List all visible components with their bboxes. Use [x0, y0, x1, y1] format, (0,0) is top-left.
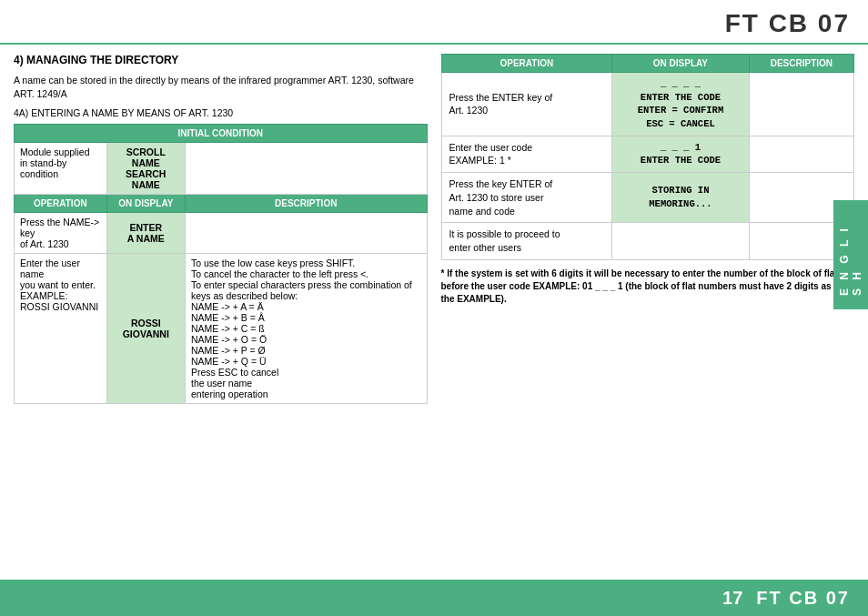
table-cell-display: ENTERA NAME — [106, 213, 185, 254]
side-tab-label: E N G L I S H — [838, 214, 863, 296]
operation-header-row: OPERATION ON DISPLAY DESCRIPTION — [15, 195, 428, 213]
right-column: OPERATION ON DISPLAY DESCRIPTION Press t… — [441, 54, 855, 547]
footer-title: FT CB 07 — [756, 588, 850, 609]
col-header-operation: OPERATION — [15, 195, 107, 213]
header: FT CB 07 — [0, 0, 868, 45]
right-col-header-operation: OPERATION — [441, 55, 612, 73]
table-cell-operation: Press the key ENTER ofArt. 1230 to store… — [441, 173, 612, 223]
side-tab: E N G L I S H — [833, 200, 868, 309]
right-col-header-display: ON DISPLAY — [612, 55, 750, 73]
section-title: 4) MANAGING THE DIRECTORY — [14, 54, 428, 66]
table-cell-description — [185, 143, 427, 195]
table-cell-description — [749, 136, 853, 172]
table-cell-display: _ _ _ 1ENTER THE CODE — [612, 136, 750, 172]
table-row: Press the NAME-> keyof Art. 1230 ENTERA … — [15, 213, 428, 254]
table-cell-operation: Enter the user nameyou want to enter.EXA… — [15, 254, 107, 404]
table-cell-operation: It is possible to proceed toenter other … — [441, 223, 612, 259]
header-title: FT CB 07 — [18, 9, 850, 38]
table-row: Press the key ENTER ofArt. 1230 to store… — [441, 173, 854, 223]
table-row: Module suppliedin stand-by condition SCR… — [15, 143, 428, 195]
table-cell-operation: Press the NAME-> keyof Art. 1230 — [15, 213, 107, 254]
right-col-header-description: DESCRIPTION — [749, 55, 853, 73]
table-row: It is possible to proceed toenter other … — [441, 223, 854, 259]
right-table: OPERATION ON DISPLAY DESCRIPTION Press t… — [441, 54, 855, 260]
table-row: Press the ENTER key ofArt. 1230 _ _ _ _E… — [441, 73, 854, 136]
left-column: 4) MANAGING THE DIRECTORY A name can be … — [14, 54, 428, 547]
note-content: If the system is set with 6 digits it wi… — [441, 268, 843, 304]
col-header-display: ON DISPLAY — [106, 195, 185, 213]
table-cell-display — [612, 223, 750, 259]
right-table-header-row: OPERATION ON DISPLAY DESCRIPTION — [441, 55, 854, 73]
table-cell-description — [749, 73, 853, 136]
left-table: INITIAL CONDITION Module suppliedin stan… — [14, 124, 428, 404]
table-cell-operation: Enter the user codeEXAMPLE: 1 * — [441, 136, 612, 172]
table-cell-description: To use the low case keys press SHIFT.To … — [185, 254, 427, 404]
note-text: * If the system is set with 6 digits it … — [441, 268, 855, 306]
table-cell-display: STORING INMEMORING... — [612, 173, 750, 223]
table-cell-operation: Press the ENTER key ofArt. 1230 — [441, 73, 612, 136]
footer-page-number: 17 — [722, 588, 742, 609]
initial-condition-header: INITIAL CONDITION — [15, 125, 428, 143]
table-cell-display: SCROLL NAMESEARCH NAME — [106, 143, 185, 195]
table-cell-operation: Module suppliedin stand-by condition — [15, 143, 107, 195]
table-row: Enter the user nameyou want to enter.EXA… — [15, 254, 428, 404]
main-content: 4) MANAGING THE DIRECTORY A name can be … — [0, 45, 868, 551]
col-header-description: DESCRIPTION — [185, 195, 427, 213]
intro-text: A name can be stored in the directly by … — [14, 74, 428, 100]
table-cell-display: ROSSI GIOVANNI — [106, 254, 185, 404]
table-row: Enter the user codeEXAMPLE: 1 * _ _ _ 1E… — [441, 136, 854, 172]
footer: 17 FT CB 07 — [0, 580, 868, 616]
table-cell-description — [185, 213, 427, 254]
table-cell-display: _ _ _ _ENTER THE CODEENTER = CONFIRMESC … — [612, 73, 750, 136]
sub-heading: 4A) ENTERING A NAME BY MEANS OF ART. 123… — [14, 107, 428, 118]
